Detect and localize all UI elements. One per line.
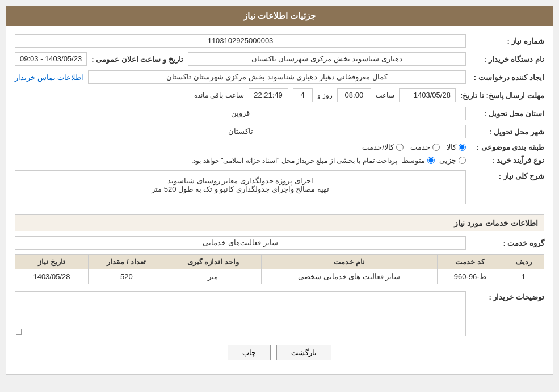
cell-date: 1403/05/28: [15, 269, 89, 284]
purchase-note: پرداخت تمام یا بخشی از مبلغ خریداز محل "…: [15, 157, 397, 165]
cell-qty: 520: [88, 269, 165, 284]
category-kala-label: کالا: [447, 143, 456, 151]
col-header-date: تاریخ نیاز: [15, 255, 89, 269]
response-time: 08:00: [337, 88, 371, 102]
button-row: بازگشت چاپ: [15, 345, 544, 360]
category-radio-group: کالا خدمت کالا/خدمت: [15, 143, 466, 151]
resize-handle[interactable]: [16, 329, 22, 335]
need-number-value: 1103102925000003: [15, 34, 466, 48]
col-header-qty: تعداد / مقدار: [88, 255, 165, 269]
response-day-label: روز و: [317, 91, 333, 99]
announce-date-value: 1403/05/23 - 09:03: [15, 52, 87, 66]
response-days: 4: [293, 88, 313, 102]
cell-row: 1: [503, 269, 544, 284]
need-description-box: اجرای پروژه جدولگذاری معابر روستای شناسو…: [15, 170, 466, 204]
creator-value: کمال معروفخانی دهیار دهیاری شناسوند بخش …: [88, 70, 466, 84]
col-header-name: نام خدمت: [261, 255, 437, 269]
province-value: قزوین: [15, 107, 466, 120]
contact-link[interactable]: اطلاعات تماس خریدار: [15, 73, 83, 82]
response-date: 1403/05/28: [399, 88, 456, 102]
need-description-line1: اجرای پروژه جدولگذاری معابر روستای شناسو…: [21, 176, 460, 185]
cell-code: ط-96-960: [437, 269, 503, 284]
buyer-notes-box: [15, 291, 466, 336]
cell-unit: متر: [165, 269, 261, 284]
services-table: ردیف کد خدمت نام خدمت واحد اندازه گیری ت…: [15, 254, 544, 284]
category-khedmat[interactable]: خدمت: [410, 143, 440, 151]
response-time-label: ساعت: [376, 91, 394, 99]
purchase-motavasset-label: متوسط: [402, 156, 425, 165]
category-kala-khedmat[interactable]: کالا/خدمت: [362, 143, 404, 151]
city-value: تاکستان: [15, 125, 466, 138]
col-header-unit: واحد اندازه گیری: [165, 255, 261, 269]
services-section-header: اطلاعات خدمات مورد نیاز: [15, 214, 544, 231]
buyer-org-label: نام دستگاه خریدار :: [470, 55, 544, 64]
page-title: جزئیات اطلاعات نیاز: [6, 6, 553, 26]
buyer-org-value: دهیاری شناسوند بخش مرکزی شهرستان تاکستان: [188, 52, 466, 66]
purchase-jozii[interactable]: جزیی: [439, 156, 466, 165]
response-deadline-label: مهلت ارسال پاسخ: تا تاریخ:: [460, 91, 544, 100]
cell-name: سایر فعالیت های خدماتی شخصی: [261, 269, 437, 284]
purchase-type-label: نوع فرآیند خرید :: [470, 156, 544, 165]
city-label: شهر محل تحویل :: [470, 128, 544, 136]
need-description-line2: تهیه مصالح واجرای جدولگذاری کانیو و تک ب…: [21, 185, 460, 193]
buyer-notes-label: توضیحات خریدار :: [470, 291, 544, 301]
col-header-code: کد خدمت: [437, 255, 503, 269]
table-row: 1 ط-96-960 سایر فعالیت های خدماتی شخصی م…: [15, 269, 544, 284]
creator-label: ایجاد کننده درخواست :: [470, 73, 544, 82]
need-number-label: شماره نیاز :: [470, 37, 544, 45]
category-kala-khedmat-label: کالا/خدمت: [362, 143, 394, 151]
category-khedmat-label: خدمت: [410, 143, 430, 151]
category-kala[interactable]: کالا: [447, 143, 466, 151]
service-group-label: گروه خدمت :: [470, 239, 544, 247]
purchase-type-row: جزیی متوسط پرداخت تمام یا بخشی از مبلغ خ…: [15, 156, 466, 165]
category-label: طبقه بندی موضوعی :: [470, 143, 544, 151]
back-button[interactable]: بازگشت: [276, 345, 331, 360]
need-description-label: شرح کلی نیاز :: [470, 170, 544, 180]
col-header-row: ردیف: [503, 255, 544, 269]
province-label: استان محل تحویل :: [470, 109, 544, 118]
announce-date-label: تاریخ و ساعت اعلان عمومی :: [91, 55, 183, 64]
purchase-jozii-label: جزیی: [439, 156, 456, 165]
service-group-value: سایر فعالیت‌های خدماتی: [15, 236, 466, 250]
print-button[interactable]: چاپ: [228, 345, 271, 360]
remaining-time-label: ساعت باقی مانده: [194, 91, 244, 99]
remaining-time: 22:21:49: [249, 88, 288, 102]
purchase-motavasset[interactable]: متوسط: [402, 156, 435, 165]
